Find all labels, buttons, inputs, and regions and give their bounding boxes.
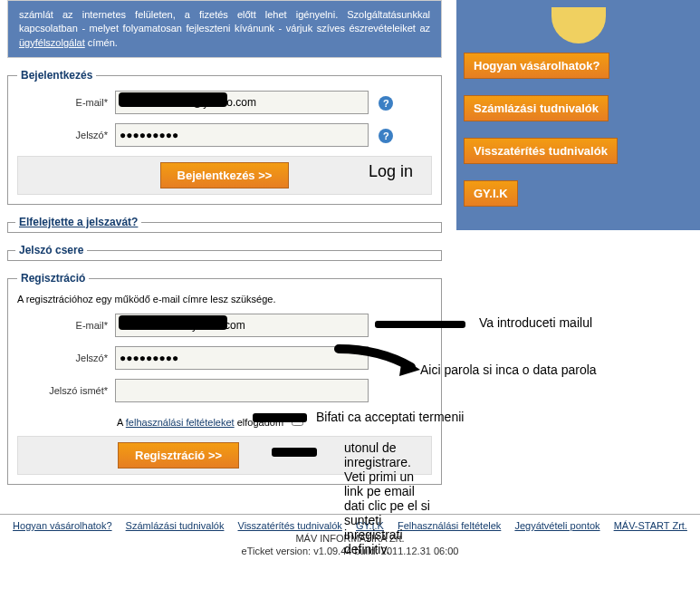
- register-legend: Regisztráció: [17, 272, 89, 285]
- login-fieldset: Bejelentkezés E-mail* ? Jelszó* ? Bejele…: [7, 69, 442, 205]
- register-password-input[interactable]: [115, 346, 369, 370]
- annot-terms: Bifati ca acceptati termenii: [316, 410, 464, 424]
- forgot-link[interactable]: Elfelejtette a jelszavát?: [19, 216, 138, 228]
- customer-service-link[interactable]: ügyfélszolgálat: [19, 37, 85, 48]
- register-button[interactable]: Regisztráció >>: [118, 442, 239, 469]
- pwchange-legend: Jelszó csere: [15, 244, 87, 256]
- login-password-label: Jelszó*: [17, 130, 115, 140]
- footer-link[interactable]: Hogyan vásárolhatok?: [13, 520, 111, 531]
- register-email-label: E-mail*: [17, 320, 115, 331]
- side-btn-faq[interactable]: GY.I.K: [464, 180, 518, 207]
- annot-email: Va introduceti mailul: [479, 315, 592, 330]
- side-btn-billing[interactable]: Számlázási tudnivalók: [464, 95, 609, 121]
- forgot-fieldset: Elfelejtette a jelszavát?: [7, 216, 442, 233]
- register-password2-label: Jelszó ismét*: [17, 385, 115, 396]
- login-legend: Bejelentkezés: [17, 69, 96, 82]
- annot-register: utonul de inregistrare. Veti primi un li…: [344, 440, 431, 556]
- info-text-pre: számlát az internetes felületen, a fizet…: [19, 9, 430, 34]
- side-btn-how-to-buy[interactable]: Hogyan vásárolhatok?: [464, 53, 609, 79]
- footer-link[interactable]: Számlázási tudnivalók: [126, 520, 225, 531]
- footer-link[interactable]: MÁV-START Zrt.: [614, 520, 687, 531]
- pwchange-fieldset: Jelszó csere: [7, 244, 442, 261]
- register-fieldset: Regisztráció A regisztrációhoz egy működ…: [7, 272, 442, 485]
- register-password2-input[interactable]: [115, 379, 369, 402]
- footer-link[interactable]: Visszatérítés tudnivalók: [238, 520, 342, 531]
- register-password-label: Jelszó*: [17, 353, 115, 363]
- login-button-row: Bejelentkezés >> Log in: [17, 156, 432, 195]
- map-icon: [551, 7, 606, 43]
- annot-password: Aici parola si inca o data parola: [420, 362, 597, 377]
- terms-pre: A: [117, 417, 126, 428]
- terms-row: A felhasználási feltételeket elfogadom B…: [17, 411, 432, 429]
- info-box: számlát az internetes felületen, a fizet…: [7, 0, 442, 58]
- side-btn-refund[interactable]: Visszatérítés tudnivalók: [464, 138, 618, 164]
- help-icon[interactable]: ?: [379, 96, 393, 111]
- register-intro: A regisztrációhoz egy működő e-mail címr…: [17, 294, 432, 304]
- terms-link[interactable]: felhasználási feltételeket: [126, 417, 235, 428]
- sidebar: Hogyan vásárolhatok? Számlázási tudnival…: [456, 0, 700, 230]
- info-text-post: címén.: [88, 37, 118, 48]
- help-icon[interactable]: ?: [379, 129, 393, 143]
- login-password-input[interactable]: [115, 123, 369, 147]
- login-email-label: E-mail*: [17, 97, 115, 108]
- footer-link[interactable]: Jegyátvételi pontok: [514, 520, 599, 531]
- login-annotation: Log in: [369, 162, 413, 181]
- register-button-row: Regisztráció >> utonul de inregistrare. …: [17, 436, 432, 475]
- login-button[interactable]: Bejelentkezés >>: [160, 162, 290, 188]
- forgot-legend: Elfelejtette a jelszavát?: [15, 216, 141, 228]
